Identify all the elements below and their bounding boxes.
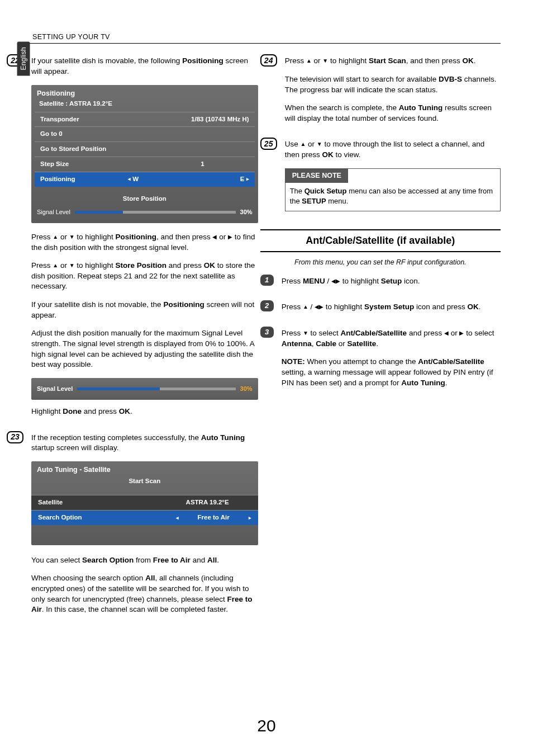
- triangle-down-icon: ▼: [69, 233, 75, 241]
- value: 1: [201, 160, 249, 169]
- signal-bar: [77, 388, 235, 390]
- triangle-down-icon: ▼: [303, 329, 308, 337]
- s3-text: Press ▼ to select Ant/Cable/Satellite an…: [282, 328, 501, 349]
- please-note-box: PLEASE NOTE The Quick Setup menu can als…: [285, 168, 501, 211]
- step-badge-dark: 2: [260, 300, 274, 311]
- bold: All: [145, 574, 155, 582]
- text: Press: [282, 303, 303, 311]
- label: Satellite: [38, 498, 63, 507]
- at-title: Auto Tuning - Satellite: [31, 461, 258, 477]
- triangle-up-icon: ▲: [300, 140, 306, 148]
- content-columns: 22 If your satellite dish is movable, th…: [32, 56, 501, 631]
- step-24: 24 Press ▲ or ▼ to highlight Start Scan,…: [286, 56, 501, 131]
- text: or: [449, 329, 460, 337]
- text: or: [58, 233, 69, 241]
- at-start-scan: Start Scan: [31, 477, 258, 495]
- triangle-right-icon: ▸: [246, 176, 249, 182]
- bold: Positioning: [182, 56, 223, 65]
- small-step-2-body: Press ▲ / ◀▶ to highlight System Setup i…: [282, 302, 501, 320]
- step-24-body: Press ▲ or ▼ to highlight Start Scan, an…: [285, 56, 501, 131]
- bold: System Setup: [364, 303, 414, 311]
- text: icon and press: [414, 303, 467, 311]
- text: icon.: [402, 277, 420, 285]
- page-header: SETTING UP YOUR TV: [30, 32, 501, 44]
- triangle-left-icon: ◂: [128, 176, 131, 182]
- bold: OK: [119, 407, 130, 415]
- bold: Cable: [316, 339, 336, 348]
- text: If your satellite dish is movable, the f…: [31, 56, 182, 65]
- value: ASTRA 19.2°E: [186, 498, 251, 507]
- language-tab: English: [17, 41, 30, 75]
- triangle-left-icon: ◂: [176, 514, 179, 521]
- bold: All: [207, 556, 217, 564]
- step-22-body: If your satellite dish is movable, the f…: [31, 56, 258, 424]
- at-row-search-option: Search Option ◂ Free to Air ▸: [31, 510, 258, 525]
- text: to select: [308, 329, 341, 337]
- text: . In this case, the channel scan will be…: [42, 605, 228, 613]
- left-w: ◂ W: [128, 175, 139, 184]
- bold: OK: [322, 150, 333, 159]
- text: /: [308, 303, 315, 311]
- triangle-left-icon: ◀: [331, 277, 336, 285]
- signal-bar-fill: [77, 388, 159, 390]
- small-step-3: 3 Press ▼ to select Ant/Cable/Satellite …: [286, 328, 501, 396]
- signal-bar: [75, 211, 236, 214]
- text: You can select: [31, 556, 82, 564]
- step-22-p2: Press ▲ or ▼ to highlight Store Position…: [31, 261, 258, 292]
- signal-level-strip: Signal Level 30%: [31, 378, 258, 400]
- text: Press: [31, 261, 53, 270]
- text: or: [58, 261, 69, 270]
- osd-row-transponder: Transponder 1/83 (10743 MHz H): [35, 112, 255, 127]
- signal-label: Signal Level: [37, 385, 73, 393]
- bold: Setup: [381, 277, 402, 285]
- osd-row-gostored: Go to Stored Position: [35, 141, 255, 157]
- osd-row-goto0: Go to 0: [35, 126, 255, 141]
- text: E: [240, 176, 245, 182]
- text: Press: [282, 277, 303, 285]
- triangle-right-icon: ▸: [249, 514, 251, 521]
- text: When you attempt to change the: [305, 357, 418, 366]
- text: and press: [82, 407, 119, 415]
- triangle-right-icon: ▶: [319, 303, 323, 311]
- bold: Positioning: [115, 233, 156, 241]
- text: and press: [407, 329, 444, 337]
- auto-tuning-panel: Auto Tuning - Satellite Start Scan Satel…: [31, 461, 258, 545]
- step-badge: 23: [7, 431, 23, 443]
- running-head: SETTING UP YOUR TV: [32, 32, 501, 42]
- label: Search Option: [38, 513, 82, 522]
- triangle-down-icon: ▼: [69, 262, 75, 270]
- bold: Store Position: [115, 261, 166, 270]
- positioning-osd: Positioning Satellite : ASTRA 19.2°E Tra…: [31, 85, 258, 223]
- at-row-satellite: Satellite ASTRA 19.2°E: [31, 495, 258, 510]
- text: Press: [31, 233, 53, 241]
- text: startup screen will display.: [31, 443, 119, 452]
- step-23-p1: If the reception testing completes succe…: [31, 433, 258, 453]
- text: If your satellite dish is not movable, t…: [31, 300, 163, 309]
- step-25-p1: Use ▲ or ▼ to move through the list to s…: [285, 139, 501, 160]
- triangle-up-icon: ▲: [306, 57, 312, 65]
- triangle-left-icon: ◀: [315, 303, 319, 311]
- label: Transponder: [40, 115, 79, 124]
- step-22: 22 If your satellite dish is movable, th…: [32, 56, 258, 424]
- bold: OK: [467, 303, 478, 311]
- text: , and then press: [406, 56, 463, 65]
- bold: SETUP: [302, 197, 326, 205]
- osd-row-stepsize: Step Size 1: [35, 157, 255, 172]
- left-column: 22 If your satellite dish is movable, th…: [32, 56, 258, 631]
- bold: Ant/Cable/Satellite: [341, 329, 407, 337]
- step-badge-dark: 1: [260, 275, 274, 286]
- step-number-2: 2: [260, 300, 274, 320]
- text: menu.: [326, 197, 349, 205]
- step-25-body: Use ▲ or ▼ to move through the list to s…: [285, 139, 501, 221]
- label: Go to Stored Position: [40, 145, 106, 154]
- step-number-24: 24: [260, 54, 277, 131]
- text: to highlight: [323, 303, 364, 311]
- osd-subtitle: Satellite : ASTRA 19.2°E: [31, 100, 258, 112]
- value: Free to Air: [198, 513, 230, 522]
- bold: Auto Tuning: [401, 379, 445, 387]
- page-number: 20: [0, 714, 533, 737]
- step-22-intro: If your satellite dish is movable, the f…: [31, 56, 258, 77]
- triangle-right-icon: ▶: [228, 233, 232, 241]
- text: .: [130, 407, 132, 415]
- bold: Antenna: [282, 339, 312, 348]
